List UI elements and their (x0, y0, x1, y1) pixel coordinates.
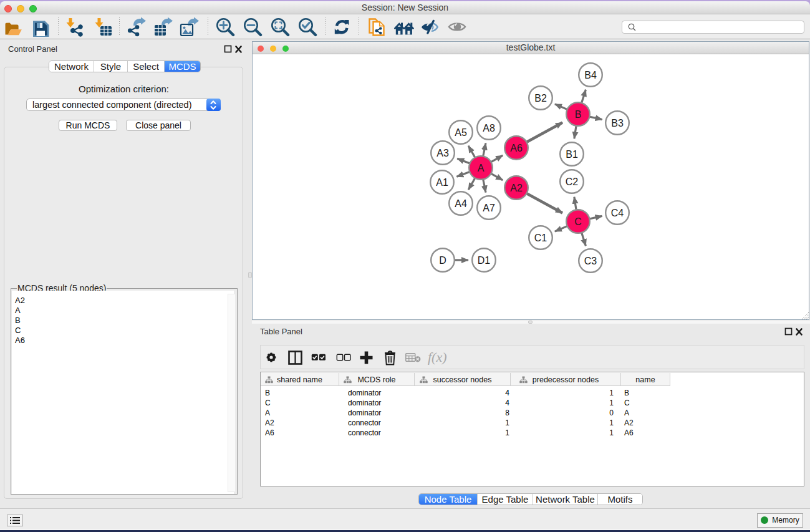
svg-text:C: C (574, 216, 582, 227)
svg-text:A3: A3 (436, 148, 449, 158)
svg-text:A4: A4 (455, 198, 467, 209)
svg-text:A6: A6 (510, 143, 523, 153)
svg-text:B4: B4 (584, 70, 597, 80)
svg-text:A: A (478, 163, 485, 173)
svg-text:A7: A7 (483, 203, 495, 213)
svg-text:A1: A1 (436, 177, 448, 188)
svg-text:B1: B1 (566, 149, 578, 160)
svg-text:A5: A5 (455, 127, 467, 138)
svg-text:C1: C1 (534, 233, 547, 243)
svg-text:A2: A2 (510, 183, 523, 193)
svg-text:A8: A8 (483, 123, 495, 133)
svg-text:B: B (575, 109, 582, 120)
svg-text:C4: C4 (611, 208, 624, 218)
svg-text:B2: B2 (534, 93, 547, 104)
svg-text:D: D (439, 255, 446, 266)
svg-text:D1: D1 (478, 255, 491, 266)
svg-text:B3: B3 (611, 118, 624, 128)
svg-text:C3: C3 (584, 256, 597, 266)
svg-text:C2: C2 (566, 177, 579, 187)
